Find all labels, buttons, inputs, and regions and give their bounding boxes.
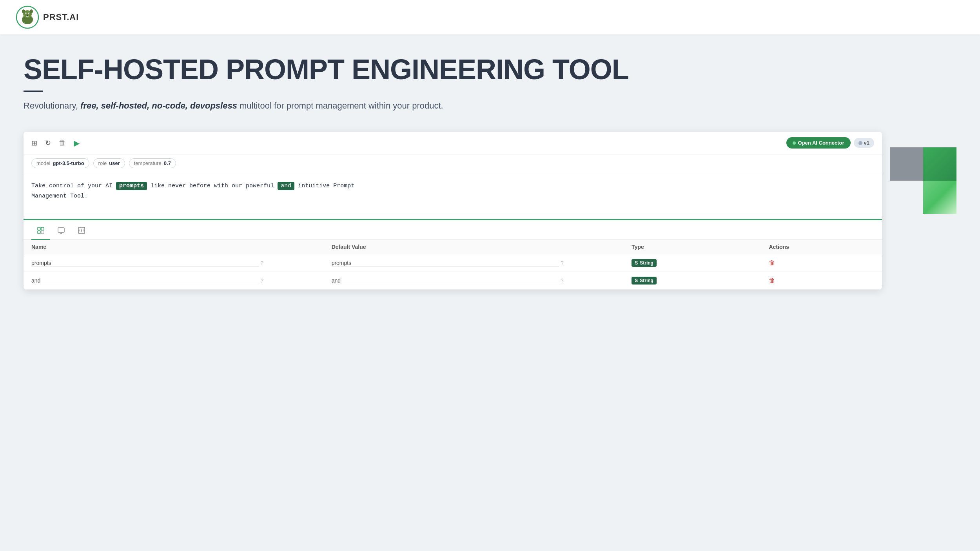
swatch-green xyxy=(923,147,956,181)
var-actions-cell: 🗑 xyxy=(761,254,882,272)
tag-temp-value: 0.7 xyxy=(164,160,171,166)
expand-icon[interactable]: ⊞ xyxy=(31,139,37,147)
tag-role-key: role xyxy=(98,160,107,166)
tab-preview[interactable] xyxy=(52,223,71,240)
editor-area[interactable]: Take control of your AI prompts like nev… xyxy=(24,173,882,220)
hero-desc-suffix: multitool for prompt management within y… xyxy=(237,101,443,111)
svg-point-3 xyxy=(22,9,25,13)
var-name-cell: ? xyxy=(24,254,324,272)
version-dot xyxy=(858,141,862,145)
svg-rect-12 xyxy=(38,227,40,230)
hero-description: Revolutionary, free, self-hosted, no-cod… xyxy=(24,99,956,112)
svg-rect-10 xyxy=(27,16,27,17)
swatch-light-green xyxy=(923,181,956,214)
tab-code[interactable] xyxy=(72,223,91,240)
tab-preview-icon xyxy=(57,227,65,234)
hero-title: SELF-HOSTED PROMPT ENGINEERING TOOL xyxy=(24,54,956,85)
toolbar-left: ⊞ ↻ 🗑 ▶ xyxy=(31,138,80,148)
type-label-2: String xyxy=(640,278,653,283)
tab-variables[interactable] xyxy=(31,223,50,240)
connector-button[interactable]: Open AI Connector xyxy=(786,137,851,149)
editor-text-before1: Take control of your AI xyxy=(31,183,116,189)
col-header-name: Name xyxy=(24,240,324,254)
type-badge-2: S String xyxy=(632,277,657,285)
var-name-cell-2: ? xyxy=(24,272,324,290)
var-default-help-2: ? xyxy=(561,277,564,284)
svg-point-7 xyxy=(26,13,27,14)
version-badge[interactable]: v1 xyxy=(854,138,874,148)
svg-point-4 xyxy=(30,9,33,13)
tag-role-value: user xyxy=(109,160,120,166)
svg-rect-13 xyxy=(41,227,44,230)
var-help-2: ? xyxy=(260,277,263,284)
toolbar-right: Open AI Connector v1 xyxy=(786,137,874,149)
var-type-cell: S String xyxy=(624,254,761,272)
main-content: ⊞ ↻ 🗑 ▶ Open AI Connector v1 model gp xyxy=(0,124,980,305)
logo-container: PRST.AI xyxy=(16,5,79,29)
editor-highlight-prompts: prompts xyxy=(116,182,147,190)
var-default-help-1: ? xyxy=(561,260,564,266)
logo-icon xyxy=(16,5,39,29)
type-letter-1: S xyxy=(635,260,638,266)
editor-highlight-and: and xyxy=(278,182,294,190)
tag-temp-key: temperature xyxy=(134,160,162,166)
tag-role[interactable]: role user xyxy=(93,158,125,168)
type-letter-2: S xyxy=(635,278,638,283)
swatch-row-top xyxy=(890,147,956,181)
tab-code-icon xyxy=(78,227,85,234)
svg-rect-11 xyxy=(28,16,29,17)
tag-temperature[interactable]: temperature 0.7 xyxy=(129,158,176,168)
connector-label: Open AI Connector xyxy=(798,140,844,146)
editor-text-line2: Management Tool. xyxy=(31,193,88,199)
connector-status-dot xyxy=(793,141,796,145)
delete-button-2[interactable]: 🗑 xyxy=(769,277,775,284)
var-name-input-2[interactable] xyxy=(31,277,259,284)
hero-desc-prefix: Revolutionary, xyxy=(24,101,80,111)
col-header-default: Default Value xyxy=(324,240,624,254)
type-label-1: String xyxy=(640,260,653,266)
swatch-gray xyxy=(890,147,923,181)
hero-section: SELF-HOSTED PROMPT ENGINEERING TOOL Revo… xyxy=(0,34,980,124)
version-label: v1 xyxy=(864,140,869,146)
swatch-row-bottom xyxy=(890,181,956,214)
delete-button-1[interactable]: 🗑 xyxy=(769,259,775,266)
var-default-cell: ? xyxy=(324,254,624,272)
bottom-panel: Name Default Value Type Actions ? xyxy=(24,220,882,290)
refresh-icon[interactable]: ↻ xyxy=(45,139,51,147)
tab-variables-icon xyxy=(37,227,45,234)
toolbar: ⊞ ↻ 🗑 ▶ Open AI Connector v1 xyxy=(24,132,882,154)
tag-model-key: model xyxy=(36,160,50,166)
var-type-cell-2: S String xyxy=(624,272,761,290)
hero-desc-bold: free, self-hosted, no-code, devopsless xyxy=(80,101,237,111)
tag-model[interactable]: model gpt-3.5-turbo xyxy=(31,158,89,168)
var-name-input-1[interactable] xyxy=(31,260,259,266)
col-header-type: Type xyxy=(624,240,761,254)
editor-text-after: intuitive Prompt xyxy=(294,183,354,189)
tag-model-value: gpt-3.5-turbo xyxy=(53,160,84,166)
svg-rect-15 xyxy=(41,231,44,234)
delete-icon[interactable]: 🗑 xyxy=(59,139,66,147)
brand-name: PRST.AI xyxy=(43,12,79,22)
editor-text-between: like never before with our powerful xyxy=(147,183,278,189)
type-badge-1: S String xyxy=(632,259,657,267)
var-actions-cell-2: 🗑 xyxy=(761,272,882,290)
variables-table: Name Default Value Type Actions ? xyxy=(24,240,882,290)
color-swatches xyxy=(890,147,956,214)
col-header-actions: Actions xyxy=(761,240,882,254)
svg-point-8 xyxy=(29,13,30,14)
app-window: ⊞ ↻ 🗑 ▶ Open AI Connector v1 model gp xyxy=(24,132,882,290)
svg-rect-16 xyxy=(58,228,64,232)
tags-row: model gpt-3.5-turbo role user temperatur… xyxy=(24,154,882,173)
play-icon[interactable]: ▶ xyxy=(74,138,80,148)
table-row: ? ? S String 🗑 xyxy=(24,254,882,272)
var-default-cell-2: ? xyxy=(324,272,624,290)
var-help-1: ? xyxy=(260,260,263,266)
app-header: PRST.AI xyxy=(0,0,980,34)
hero-divider xyxy=(24,91,43,92)
tabs-row xyxy=(24,220,882,240)
var-default-input-2[interactable] xyxy=(332,277,559,284)
svg-rect-14 xyxy=(38,231,40,234)
table-row: ? ? S String 🗑 xyxy=(24,272,882,290)
var-default-input-1[interactable] xyxy=(332,260,559,266)
